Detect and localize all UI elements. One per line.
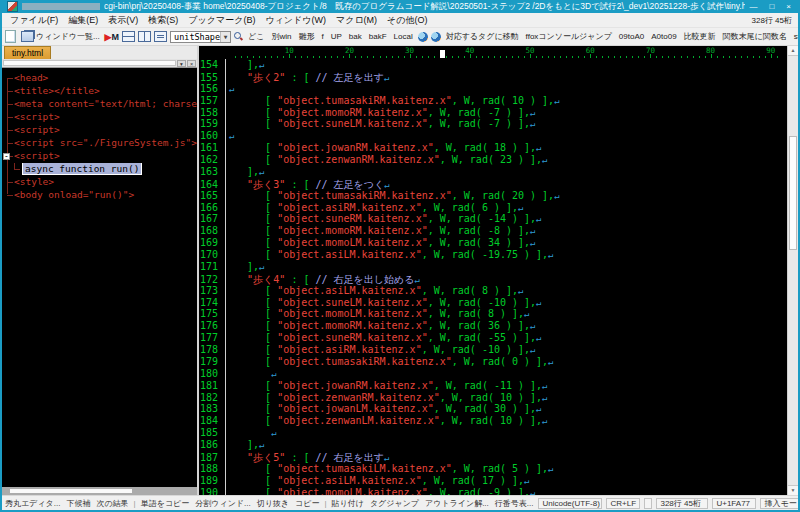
outline-item[interactable]: <script> [2,124,197,137]
editor-pane[interactable]: 102030405060708090 154 ],↵155 "歩く2" : [ … [199,46,798,495]
toolbar-button[interactable]: stepshot [792,32,798,41]
status-action[interactable]: 単語をコピー [140,498,191,509]
macro-combo-box[interactable]: unitShape ▼ [170,31,231,43]
status-action[interactable]: 秀丸エディタ... [4,498,61,509]
code-line[interactable]: 170 [ "object.asiLM.kaitenz.x", W, rad( … [199,249,798,261]
firefox-icon-2[interactable] [431,32,441,42]
outline-item[interactable]: <title></title> [2,85,197,98]
maximize-button[interactable]: □ [769,2,774,11]
code-line[interactable]: 186 ],↵ [199,439,798,451]
code-line[interactable]: 154 ],↵ [199,59,798,71]
status-action[interactable]: 次の結果 [95,498,129,509]
outline-item[interactable]: <style> [2,176,197,189]
vscroll-thumb[interactable] [789,136,797,250]
code-line[interactable]: 172 "歩く4" : [ // 右足を出し始める↵ [199,273,798,285]
outline-tree[interactable]: <head><title></title><meta content="text… [2,68,197,487]
code-line[interactable]: 175 [ "object.momoLM.kaitenz.x", W, rad(… [199,308,798,320]
status-action[interactable]: タグジャンプ [369,498,420,509]
firefox-icon-1[interactable] [418,32,428,42]
new-file-icon[interactable] [5,30,16,43]
code-line[interactable]: 155 "歩く2" : [ // 左足を出す↵ [199,71,798,83]
outline-item[interactable]: <meta content="text/html; charset=UTF-8"… [2,98,197,111]
status-action[interactable]: 行番号表... [494,498,535,509]
combo-dropdown-icon[interactable]: ▼ [220,32,230,42]
scroll-down-icon[interactable]: ▼ [788,485,798,495]
code-line[interactable]: 178 [ "object.asiRM.kaitenz.x", W, rad( … [199,344,798,356]
code-line[interactable]: 188 [ "object.tumasakiLM.kaitenz.x", W, … [199,463,798,475]
window-list-button[interactable]: ウィンドウ一覧... [19,31,102,42]
outline-horizontal-scrollbar[interactable] [2,487,197,495]
collapse-expander-icon[interactable]: - [3,153,10,160]
frame-view-icon[interactable] [154,31,167,42]
status-action[interactable]: 分割ウィンド... [194,498,251,509]
toolbar-button[interactable]: ffoxコンソールジャンプ [524,31,614,42]
code-line[interactable]: 180 ↵ [199,368,798,380]
toolbar-button[interactable]: 雛形 [296,31,316,42]
code-line[interactable]: 160↵ [199,130,798,142]
code-line[interactable]: 174 [ "object.suneLM.kaitenz.x", W, rad(… [199,297,798,309]
menu-item[interactable]: ファイル(F) [5,14,63,27]
outline-item[interactable]: <body onload="run()"> [2,189,197,202]
status-action[interactable]: コピー [294,498,320,509]
outline-item[interactable]: <script> [2,111,197,124]
code-line[interactable]: 189 [ "object.asiLM.kaitenz.x", W, rad( … [199,475,798,487]
minimize-button[interactable]: — [749,2,757,11]
toolbar-button[interactable]: 別win [269,31,293,42]
toolbar-button[interactable]: UP [329,32,344,41]
code-line[interactable]: 163 ],↵ [199,166,798,178]
toolbar-button[interactable]: A0to09 [649,32,678,41]
menu-item[interactable]: 検索(S) [143,14,183,27]
menu-item[interactable]: ブックマーク(B) [183,14,260,27]
code-area[interactable]: 154 ],↵155 "歩く2" : [ // 左足を出す↵156↵157 [ … [199,59,798,495]
toolbar-button[interactable]: Local [392,32,415,41]
code-line[interactable]: 165 [ "object.tumasakiRM.kaitenz.x", W, … [199,190,798,202]
toolbar-button[interactable]: 比較更新 [682,31,718,42]
code-line[interactable]: 157 [ "object.tumasakiRM.kaitenz.x", W, … [199,95,798,107]
status-action[interactable]: 貼り付け [331,498,365,509]
split-horizontal-icon[interactable] [122,31,135,42]
code-line[interactable]: 190 [ "object.momoLM.kaitenz.x", W, rad(… [199,487,798,496]
code-line[interactable]: 187 "歩く5" : [ // 右足を出す↵ [199,451,798,463]
toolbar-button[interactable]: 対応するタグに移動 [444,31,521,42]
status-action[interactable]: 下候補 [65,498,91,509]
close-button[interactable]: × [786,2,791,11]
code-line[interactable]: 176 [ "object.momoRM.kaitenz.x", W, rad(… [199,320,798,332]
code-line[interactable]: 177 [ "object.suneRM.kaitenz.x", W, rad(… [199,332,798,344]
outline-item[interactable]: async function run() [2,163,197,176]
code-line[interactable]: 167 [ "object.suneRM.kaitenz.x", W, rad(… [199,213,798,225]
toolbar-button[interactable]: どこ [246,31,266,42]
split-vertical-icon[interactable] [138,31,151,42]
menu-item[interactable]: その他(O) [382,14,432,27]
code-line[interactable]: 168 [ "object.momoRM.kaitenz.x", W, rad(… [199,225,798,237]
status-action[interactable]: アウトライン解... [424,498,490,509]
code-line[interactable]: 156↵ [199,83,798,95]
code-line[interactable]: 159 [ "object.suneLM.kaitenz.x", W, rad(… [199,118,798,130]
toolbar-button[interactable]: bak [347,32,364,41]
toolbar-button[interactable]: f [319,32,325,41]
outline-close-icon[interactable]: × [187,60,196,67]
outline-item[interactable]: <script src="./FigureSystem.js"></script… [2,137,197,150]
toolbar-button[interactable]: 関数末尾に関数名 [721,31,789,42]
outline-item[interactable]: -<script> [2,150,197,163]
code-line[interactable]: 182 [ "object.zenwanRM.kaitenz.x", W, ra… [199,392,798,404]
code-line[interactable]: 169 [ "object.momoLM.kaitenz.x", W, rad(… [199,237,798,249]
code-line[interactable]: 166 [ "object.asiRM.kaitenz.x", W, rad( … [199,202,798,214]
code-line[interactable]: 185 ↵ [199,427,798,439]
search-icon[interactable] [234,32,243,41]
outline-hscroll-thumb[interactable] [10,489,132,493]
status-action[interactable]: 切り抜き [256,498,290,509]
outline-item[interactable]: <head> [2,72,197,85]
tab-tiny-html[interactable]: tiny.html [4,46,51,59]
menu-item[interactable]: ウィンドウ(W) [260,14,331,27]
code-line[interactable]: 183 [ "object.jowanLM.kaitenz.x", W, rad… [199,403,798,415]
scroll-up-icon[interactable]: ▲ [788,46,798,56]
code-line[interactable]: 173 [ "object.asiLM.kaitenz.x", W, rad( … [199,285,798,297]
menu-item[interactable]: 表示(V) [103,14,143,27]
editor-vertical-scrollbar[interactable]: ▲ ▼ [787,46,798,495]
code-line[interactable]: 162 [ "object.zenwanRM.kaitenz.x", W, ra… [199,154,798,166]
toolbar-button[interactable]: bakF [367,32,389,41]
outline-dropdown-icon[interactable]: ▾ [177,60,186,67]
menu-item[interactable]: マクロ(M) [331,14,382,27]
code-line[interactable]: 158 [ "object.momoRM.kaitenz.x", W, rad(… [199,107,798,119]
code-line[interactable]: 179 [ "object.tumasakiRM.kaitenz.x", W, … [199,356,798,368]
